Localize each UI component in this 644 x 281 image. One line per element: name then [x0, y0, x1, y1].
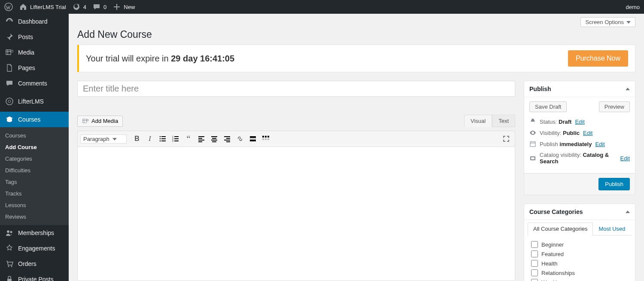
- category-checkbox[interactable]: [531, 250, 538, 257]
- menu-item-memberships[interactable]: Memberships: [0, 225, 69, 241]
- bullet-list-icon: [159, 135, 166, 142]
- dashboard-icon: [5, 17, 14, 26]
- numbered-list-button[interactable]: 123: [170, 133, 182, 145]
- blockquote-button[interactable]: “: [182, 133, 194, 145]
- submenu-item-lessons[interactable]: Lessons: [0, 199, 69, 211]
- tab-visual[interactable]: Visual: [464, 115, 492, 127]
- svg-rect-28: [211, 140, 217, 140]
- site-name-link[interactable]: LifterLMS Trial: [19, 3, 66, 11]
- pin-icon: [5, 33, 14, 41]
- svg-point-2: [6, 98, 13, 105]
- category-item[interactable]: Health: [529, 259, 630, 268]
- submenu-item-tracks[interactable]: Tracks: [0, 188, 69, 199]
- submenu-item-tags[interactable]: Tags: [0, 176, 69, 188]
- user-menu[interactable]: demo: [626, 4, 640, 10]
- add-media-button[interactable]: Add Media: [77, 116, 123, 127]
- submenu-item-categories[interactable]: Categories: [0, 153, 69, 165]
- menu-item-comments[interactable]: Comments: [0, 76, 69, 91]
- svg-rect-39: [262, 138, 264, 140]
- toolbar-toggle-button[interactable]: [260, 133, 272, 145]
- publish-button[interactable]: Publish: [598, 178, 630, 190]
- italic-button[interactable]: I: [144, 133, 156, 145]
- wp-logo[interactable]: [4, 3, 13, 11]
- category-checkbox[interactable]: [531, 241, 538, 248]
- svg-point-7: [11, 266, 12, 267]
- submenu-item-courses[interactable]: Courses: [0, 130, 69, 141]
- svg-rect-24: [198, 140, 204, 140]
- menu-item-lifterlms[interactable]: LifterLMS: [0, 94, 69, 109]
- category-checkbox[interactable]: [531, 279, 538, 281]
- preview-button[interactable]: Preview: [599, 101, 630, 112]
- menu-item-private-posts[interactable]: Private Posts: [0, 272, 69, 281]
- category-checkbox[interactable]: [531, 260, 538, 267]
- menu-item-engagements[interactable]: Engagements: [0, 241, 69, 256]
- chevron-up-icon[interactable]: [626, 88, 630, 90]
- category-item[interactable]: Relationships: [529, 268, 630, 278]
- svg-point-6: [8, 266, 9, 267]
- calendar-icon: [529, 140, 536, 147]
- chevron-up-icon[interactable]: [626, 211, 630, 213]
- editor-content[interactable]: [77, 147, 515, 281]
- plus-icon: [112, 3, 121, 11]
- svg-rect-44: [531, 157, 535, 159]
- screen-options-button[interactable]: Screen Options: [580, 17, 635, 27]
- course-categories-metabox: Course Categories All Course Categories …: [524, 204, 635, 281]
- edit-catalog-link[interactable]: Edit: [620, 155, 630, 162]
- svg-rect-14: [161, 138, 166, 139]
- bullet-list-button[interactable]: [157, 133, 169, 145]
- comment-icon: [5, 79, 14, 88]
- svg-rect-8: [7, 279, 12, 281]
- edit-visibility-link[interactable]: Edit: [583, 130, 592, 136]
- category-checkbox[interactable]: [531, 269, 538, 276]
- link-button[interactable]: [234, 133, 246, 145]
- format-select[interactable]: Paragraph: [80, 134, 127, 144]
- catalog-icon: [529, 155, 536, 162]
- new-content-link[interactable]: New: [112, 3, 135, 11]
- format-value: Paragraph: [83, 136, 109, 142]
- menu-item-dashboard[interactable]: Dashboard: [0, 14, 69, 29]
- align-center-button[interactable]: [208, 133, 220, 145]
- numbered-list-icon: 123: [172, 135, 179, 142]
- chevron-down-icon: [626, 21, 631, 24]
- comment-icon: [92, 3, 101, 11]
- read-more-button[interactable]: [247, 133, 259, 145]
- trial-prefix: Your trial will expire in: [86, 54, 171, 63]
- grad-icon: [5, 115, 14, 124]
- svg-point-3: [8, 100, 11, 103]
- editor-column: Add Media Visual Text Paragraph B I 123 …: [77, 81, 515, 281]
- menu-item-courses[interactable]: Courses: [0, 112, 69, 127]
- pages-icon: [5, 64, 14, 72]
- edit-schedule-link[interactable]: Edit: [595, 141, 605, 147]
- save-draft-button[interactable]: Save Draft: [529, 101, 567, 112]
- menu-item-orders[interactable]: Orders: [0, 256, 69, 272]
- purchase-now-button[interactable]: Purchase Now: [568, 50, 628, 67]
- category-item[interactable]: Wealth: [529, 278, 630, 281]
- tab-text[interactable]: Text: [492, 115, 515, 127]
- bold-button[interactable]: B: [131, 133, 143, 145]
- svg-point-11: [160, 138, 161, 140]
- submenu-item-reviews[interactable]: Reviews: [0, 211, 69, 223]
- fullscreen-button[interactable]: [500, 133, 512, 145]
- updates-icon: [72, 3, 81, 11]
- submenu-item-add-course[interactable]: Add Course: [0, 141, 69, 153]
- course-title-input[interactable]: [77, 81, 515, 97]
- tab-most-used[interactable]: Most Used: [593, 223, 631, 235]
- svg-point-1: [11, 50, 13, 52]
- edit-status-link[interactable]: Edit: [575, 119, 584, 125]
- submenu-item-difficulties[interactable]: Difficulties: [0, 165, 69, 176]
- menu-item-pages[interactable]: Pages: [0, 60, 69, 76]
- menu-item-media[interactable]: Media: [0, 45, 69, 60]
- svg-rect-41: [267, 138, 269, 140]
- align-center-icon: [211, 135, 218, 142]
- category-item[interactable]: Beginner: [529, 240, 630, 249]
- align-left-button[interactable]: [195, 133, 207, 145]
- category-item[interactable]: Featured: [529, 249, 630, 259]
- editor-toolbar: Paragraph B I 123 “: [77, 131, 515, 147]
- tab-all-categories[interactable]: All Course Categories: [528, 223, 593, 235]
- menu-item-posts[interactable]: Posts: [0, 29, 69, 45]
- pin-icon: [529, 118, 536, 125]
- updates-link[interactable]: 4: [72, 3, 86, 11]
- llms-icon: [5, 97, 14, 106]
- align-right-button[interactable]: [221, 133, 233, 145]
- comments-link[interactable]: 0: [92, 3, 106, 11]
